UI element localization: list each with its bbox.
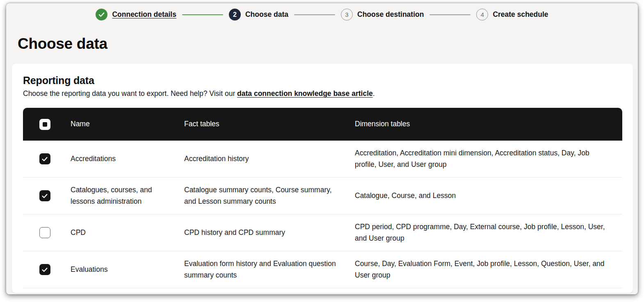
- step-choose-destination: 3 Choose destination: [341, 9, 424, 20]
- row-name-cell: Catalogues, courses, and lessons adminis…: [66, 179, 180, 212]
- connector-step1-step2: [182, 14, 223, 15]
- check-icon: [41, 193, 48, 199]
- reporting-data-card: Reporting data Choose the reporting data…: [12, 64, 633, 293]
- row-name-cell: CPD: [66, 221, 180, 244]
- connector-step2-step3: [294, 14, 335, 15]
- knowledge-base-link[interactable]: data connection knowledge base article: [237, 89, 373, 98]
- wizard-window: Connection details 2 Choose data 3 Choos…: [6, 3, 638, 294]
- row-dimension-tables-cell: Catalogue, Course, and Lesson: [351, 184, 622, 207]
- table-body: Accreditations Accreditation history Acc…: [23, 141, 622, 288]
- row-name-cell: Accreditations: [66, 148, 180, 170]
- table-header-row: Name Fact tables Dimension tables: [23, 108, 622, 141]
- section-title: Reporting data: [23, 75, 622, 86]
- row-checkbox-cell: [23, 190, 66, 201]
- row-fact-tables-cell: Catalogue summary counts, Course summary…: [180, 179, 351, 212]
- table-row: Accreditations Accreditation history Acc…: [23, 141, 622, 178]
- header-checkbox-cell: [23, 119, 66, 130]
- row-checkbox[interactable]: [39, 153, 50, 164]
- table-row: Catalogues, courses, and lessons adminis…: [23, 178, 622, 214]
- wizard-stepper: Connection details 2 Choose data 3 Choos…: [6, 3, 638, 20]
- row-checkbox-cell: [23, 227, 66, 238]
- row-checkbox[interactable]: [39, 227, 50, 238]
- step-choose-data: 2 Choose data: [229, 9, 288, 20]
- row-fact-tables-cell: CPD history and CPD summary: [180, 221, 351, 244]
- indeterminate-icon: [43, 122, 47, 127]
- row-checkbox[interactable]: [39, 264, 50, 275]
- row-fact-tables-cell: Evaluation form history and Evaluation q…: [180, 253, 351, 286]
- step-1-link[interactable]: Connection details: [112, 10, 176, 19]
- table-row: Evaluations Evaluation form history and …: [23, 251, 622, 288]
- column-header-dimension-tables: Dimension tables: [351, 113, 622, 135]
- table-row: CPD CPD history and CPD summary CPD peri…: [23, 214, 622, 251]
- step-3-label: Choose destination: [357, 10, 424, 19]
- row-name-cell: Evaluations: [66, 258, 180, 281]
- step-2-number-badge: 2: [229, 9, 241, 20]
- row-dimension-tables-cell: Course, Day, Evaluation Form, Event, Job…: [351, 253, 622, 286]
- column-header-fact-tables: Fact tables: [180, 113, 351, 135]
- select-all-checkbox[interactable]: [39, 119, 50, 130]
- step-3-number-badge: 3: [341, 9, 353, 20]
- step-4-label: Create schedule: [493, 10, 548, 19]
- reporting-data-table: Name Fact tables Dimension tables Accred…: [23, 108, 622, 288]
- step-create-schedule: 4 Create schedule: [476, 9, 548, 20]
- check-icon: [41, 156, 48, 162]
- step-2-label: Choose data: [245, 10, 288, 19]
- row-checkbox-cell: [23, 264, 66, 275]
- row-fact-tables-cell: Accreditation history: [180, 148, 351, 170]
- description-prefix: Choose the reporting data you want to ex…: [23, 89, 237, 98]
- page-title: Choose data: [18, 35, 638, 52]
- column-header-name: Name: [66, 113, 180, 135]
- row-dimension-tables-cell: Accreditation, Accreditation mini dimens…: [351, 142, 622, 175]
- step-4-number-badge: 4: [476, 9, 488, 20]
- description-suffix: .: [373, 89, 375, 98]
- step-1-completed-check-icon: [96, 9, 107, 20]
- row-dimension-tables-cell: CPD period, CPD programme, Day, External…: [351, 216, 622, 249]
- section-description: Choose the reporting data you want to ex…: [23, 89, 622, 98]
- check-icon: [41, 266, 48, 273]
- row-checkbox-cell: [23, 153, 66, 164]
- row-checkbox[interactable]: [39, 190, 50, 201]
- step-connection-details: Connection details: [96, 9, 176, 20]
- connector-step3-step4: [429, 14, 470, 15]
